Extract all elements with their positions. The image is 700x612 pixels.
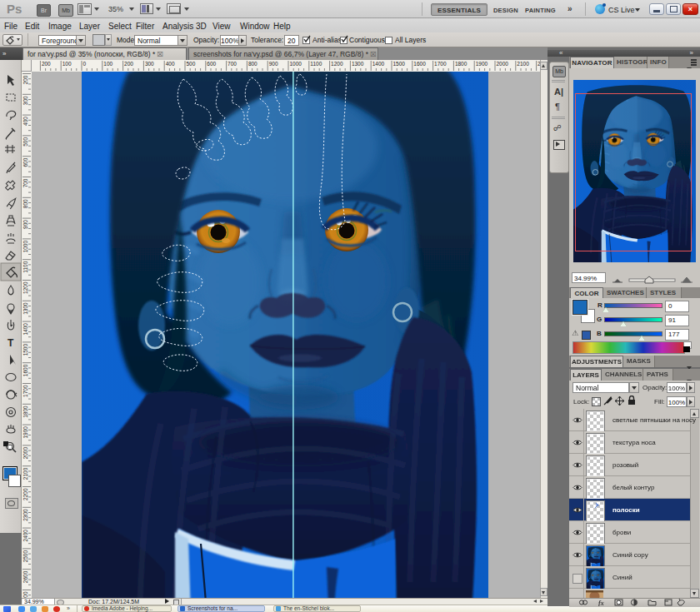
svg-text:2000: 2000 [22, 447, 28, 460]
svg-text:2700: 2700 [22, 591, 28, 598]
svg-text:400: 400 [166, 61, 175, 67]
svg-text:1300: 1300 [352, 61, 364, 67]
svg-text:1600: 1600 [413, 61, 426, 67]
svg-text:400: 400 [22, 117, 28, 126]
svg-text:200: 200 [22, 75, 28, 84]
svg-text:1000: 1000 [22, 241, 28, 253]
svg-text:1600: 1600 [22, 364, 28, 376]
svg-text:fx: fx [598, 600, 604, 606]
svg-text:2300: 2300 [22, 509, 28, 521]
svg-text:300: 300 [22, 96, 28, 105]
svg-text:1200: 1200 [22, 281, 28, 294]
svg-text:100: 100 [103, 61, 112, 67]
svg-text:1900: 1900 [22, 426, 28, 439]
svg-text:600: 600 [207, 61, 216, 67]
svg-text:T: T [8, 337, 14, 349]
svg-text:800: 800 [248, 61, 258, 67]
svg-text:1300: 1300 [22, 302, 28, 315]
svg-text:2200: 2200 [22, 488, 28, 500]
svg-text:100: 100 [62, 61, 72, 67]
svg-text:2100: 2100 [517, 61, 529, 67]
svg-text:1400: 1400 [22, 323, 28, 336]
svg-text:500: 500 [22, 137, 28, 147]
svg-text:800: 800 [22, 199, 28, 208]
svg-text:500: 500 [187, 61, 196, 67]
svg-text:900: 900 [269, 61, 278, 67]
svg-text:2400: 2400 [22, 530, 28, 542]
svg-text:700: 700 [22, 178, 28, 187]
svg-text:1500: 1500 [22, 344, 28, 356]
svg-text:1700: 1700 [434, 61, 447, 67]
svg-text:200: 200 [42, 61, 51, 67]
svg-text:1400: 1400 [372, 61, 385, 67]
svg-text:1100: 1100 [310, 61, 322, 67]
svg-text:900: 900 [22, 220, 28, 229]
svg-text:1700: 1700 [22, 385, 28, 397]
svg-text:1200: 1200 [331, 61, 343, 67]
svg-text:300: 300 [145, 61, 154, 67]
svg-text:700: 700 [228, 61, 237, 67]
svg-text:1800: 1800 [455, 61, 468, 67]
svg-text:1000: 1000 [290, 61, 302, 67]
svg-text:1900: 1900 [476, 61, 488, 67]
svg-text:0: 0 [83, 61, 87, 67]
svg-text:2000: 2000 [497, 61, 509, 67]
svg-text:1800: 1800 [22, 406, 28, 418]
svg-text:600: 600 [22, 157, 28, 167]
svg-text:2500: 2500 [22, 550, 28, 563]
svg-text:2200: 2200 [538, 61, 540, 67]
svg-text:1500: 1500 [393, 61, 406, 67]
svg-text:2100: 2100 [22, 467, 28, 480]
svg-text:2600: 2600 [22, 570, 28, 583]
svg-text:1100: 1100 [22, 261, 28, 272]
svg-text:200: 200 [124, 61, 133, 67]
